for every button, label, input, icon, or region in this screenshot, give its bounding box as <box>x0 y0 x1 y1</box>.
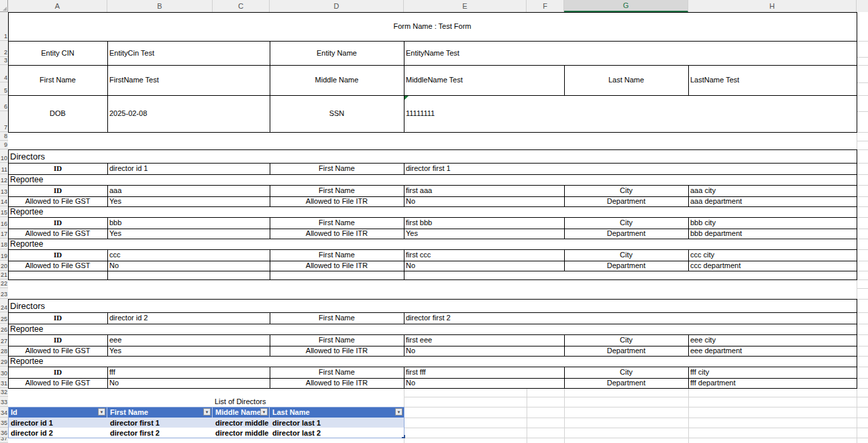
cell-reportee-itr-value[interactable]: No <box>404 196 564 206</box>
cell-reportee-gst-label[interactable]: Allowed to File GST <box>8 261 107 271</box>
cell-reportee-gst-label[interactable]: Allowed to File GST <box>8 196 107 206</box>
row-header-6[interactable]: 6 <box>0 95 8 111</box>
cell-reportee-first-name-value[interactable]: first bbb <box>404 217 564 229</box>
cell-director-first-name-label[interactable]: First Name <box>270 312 404 324</box>
cell-ssn-label[interactable]: SSN <box>270 95 404 132</box>
row-header-17[interactable]: 17 <box>0 229 8 239</box>
cell-reportee-city-label[interactable]: City <box>564 367 688 378</box>
cell-reportee-id-value[interactable]: bbb <box>107 217 270 229</box>
cell-reportee-city-value[interactable]: eee city <box>688 334 857 346</box>
table-cell[interactable]: director last 2 <box>270 428 404 438</box>
row-header-21[interactable]: 21 <box>0 271 8 279</box>
filter-button-id[interactable]: ▼ <box>98 408 105 416</box>
column-header-E[interactable]: E <box>404 0 527 12</box>
cell-reportee-gst-label[interactable]: Allowed to File GST <box>8 229 107 239</box>
row-header-33[interactable]: 33 <box>0 397 8 407</box>
row-header-31[interactable]: 31 <box>0 378 8 388</box>
cell-reportee-header[interactable]: Reportee <box>8 206 857 217</box>
cell-reportee-city-label[interactable]: City <box>564 249 688 261</box>
cell-reportee-id-label[interactable]: ID <box>8 217 107 229</box>
row-header-10[interactable]: 10 <box>0 149 8 163</box>
cell-form-title[interactable]: Form Name : Test Form <box>8 12 857 41</box>
cell-reportee-department-value[interactable]: aaa department <box>688 196 857 206</box>
table-header-first-name[interactable]: First Name ▼ <box>107 407 213 418</box>
row-header-26[interactable]: 26 <box>0 324 8 334</box>
cell-reportee-itr-label[interactable]: Allowed to File ITR <box>270 261 404 271</box>
cell-reportee-department-value[interactable]: ccc department <box>688 261 857 271</box>
cell-reportee-itr-value[interactable]: No <box>404 261 564 271</box>
cell-reportee-department-label[interactable]: Department <box>564 346 688 356</box>
table-cell[interactable]: director middle <box>213 418 270 428</box>
table-cell[interactable]: director last 1 <box>270 418 404 428</box>
cell-reportee-city-value[interactable]: ccc city <box>688 249 857 261</box>
cell-reportee-id-value[interactable]: ccc <box>107 249 270 261</box>
cell-reportee-itr-value[interactable]: No <box>404 346 564 356</box>
row-header-28[interactable]: 28 <box>0 346 8 356</box>
row-header-37[interactable]: 37 <box>0 438 8 443</box>
column-header-D[interactable]: D <box>270 0 404 12</box>
row-header-32[interactable]: 32 <box>0 388 8 397</box>
cell-reportee-gst-value[interactable]: No <box>107 261 270 271</box>
cell-directors-section[interactable]: Directors <box>8 149 857 163</box>
cell-director-first-name-value[interactable]: director first 2 <box>404 312 857 324</box>
filter-button-last-name[interactable]: ▼ <box>395 408 402 416</box>
cell-reportee-id-label[interactable]: ID <box>8 334 107 346</box>
cell-reportee-itr-label[interactable]: Allowed to File ITR <box>270 196 404 206</box>
cell-reportee-gst-value[interactable]: Yes <box>107 229 270 239</box>
table-resize-handle[interactable] <box>402 435 405 438</box>
cell-last-name-value[interactable]: LastName Test <box>688 65 857 95</box>
column-header-A[interactable]: A <box>8 0 107 12</box>
cell-director-id-value[interactable]: director id 1 <box>107 163 270 174</box>
column-header-B[interactable]: B <box>107 0 213 12</box>
row-header-11[interactable]: 11 <box>0 163 8 174</box>
cell-reportee-itr-value[interactable]: Yes <box>404 229 564 239</box>
cell-reportee-department-label[interactable]: Department <box>564 196 688 206</box>
table-cell[interactable]: director middle <box>213 428 270 438</box>
row-header-25[interactable]: 25 <box>0 312 8 324</box>
table-header-last-name[interactable]: Last Name ▼ <box>270 407 404 418</box>
cell-reportee-id-value[interactable]: eee <box>107 334 270 346</box>
column-header-C[interactable]: C <box>213 0 270 12</box>
cell-directors-section[interactable]: Directors <box>8 299 857 312</box>
cell-reportee-city-label[interactable]: City <box>564 217 688 229</box>
cell-reportee-gst-value[interactable]: No <box>107 378 270 388</box>
cell-reportee-city-value[interactable]: aaa city <box>688 185 857 196</box>
cell-first-name-label[interactable]: First Name <box>8 65 107 95</box>
row-header-30[interactable]: 30 <box>0 367 8 378</box>
cell-reportee-department-label[interactable]: Department <box>564 261 688 271</box>
column-header-F[interactable]: F <box>527 0 564 12</box>
cell-reportee-first-name-label[interactable]: First Name <box>270 249 404 261</box>
table-cell[interactable]: director id 1 <box>8 418 107 428</box>
row-header-8[interactable]: 8 <box>0 132 8 141</box>
cell-list-caption[interactable]: List of Directors <box>213 397 404 407</box>
cell-reportee-gst-value[interactable]: Yes <box>107 196 270 206</box>
cell-entity-cin-label[interactable]: Entity CIN <box>8 41 107 65</box>
cell-reportee-id-value[interactable]: fff <box>107 367 270 378</box>
cell-reportee-header[interactable]: Reportee <box>8 174 857 185</box>
filter-button-first-name[interactable]: ▼ <box>203 408 211 416</box>
cell-reportee-itr-label[interactable]: Allowed to File ITR <box>270 378 404 388</box>
cell-reportee-id-label[interactable]: ID <box>8 185 107 196</box>
select-all-corner[interactable] <box>0 0 8 12</box>
cell-reportee-first-name-value[interactable]: first eee <box>404 334 564 346</box>
column-header-partial[interactable] <box>857 0 868 12</box>
row-header-15[interactable]: 15 <box>0 206 8 217</box>
table-header-middle-name[interactable]: Middle Name ▼ <box>213 407 270 418</box>
cell-reportee-id-label[interactable]: ID <box>8 367 107 378</box>
row-header-27[interactable]: 27 <box>0 334 8 346</box>
cell-entity-name-label[interactable]: Entity Name <box>270 41 404 65</box>
cell-middle-name-value[interactable]: MiddleName Test <box>404 65 564 95</box>
row-header-23[interactable]: 23 <box>0 288 8 299</box>
row-header-16[interactable]: 16 <box>0 217 8 229</box>
column-header-G[interactable]: G <box>564 0 688 12</box>
cell-reportee-city-label[interactable]: City <box>564 185 688 196</box>
cell-reportee-department-value[interactable]: fff department <box>688 378 857 388</box>
cell-reportee-department-value[interactable]: eee department <box>688 346 857 356</box>
cell-reportee-header[interactable]: Reportee <box>8 324 857 334</box>
cell-reportee-gst-label[interactable]: Allowed to File GST <box>8 346 107 356</box>
row-header-5[interactable]: 5 <box>0 82 8 95</box>
cell-ssn-value[interactable]: 11111111 <box>404 95 857 132</box>
filter-button-middle-name[interactable]: ▼ <box>260 408 268 416</box>
cell-reportee-first-name-value[interactable]: first fff <box>404 367 564 378</box>
cell-reportee-itr-label[interactable]: Allowed to File ITR <box>270 346 404 356</box>
